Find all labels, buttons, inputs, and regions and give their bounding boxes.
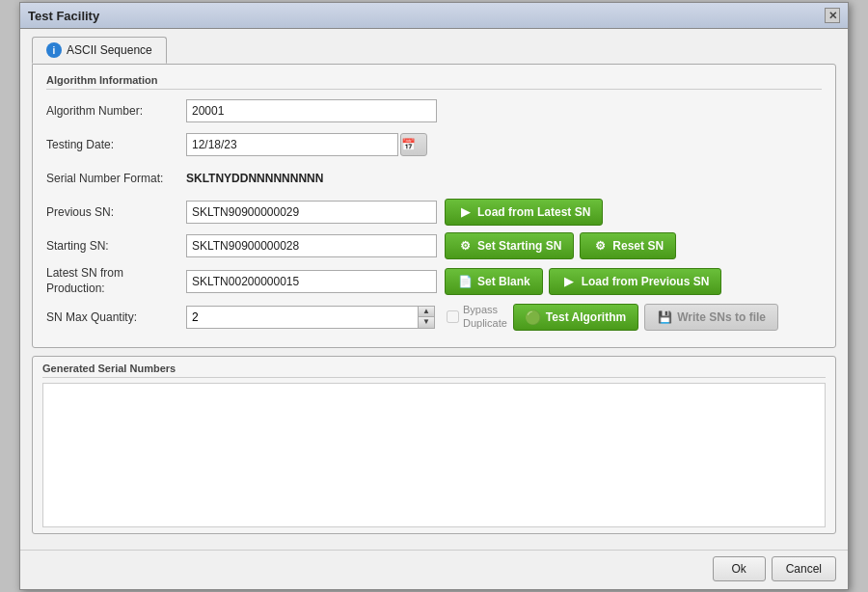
- algorithm-number-input[interactable]: [186, 99, 437, 122]
- load-from-latest-sn-button[interactable]: ▶ Load from Latest SN: [445, 199, 603, 226]
- calendar-button[interactable]: 📅: [400, 133, 427, 156]
- load-icon: ▶: [457, 204, 473, 220]
- load-from-previous-sn-button[interactable]: ▶ Load from Previous SN: [549, 268, 722, 295]
- algorithm-info-section: Algorithm Information Algorithm Number: …: [32, 64, 836, 347]
- previous-sn-buttons: ▶ Load from Latest SN: [445, 199, 603, 226]
- latest-sn-input[interactable]: [186, 270, 437, 293]
- sn-max-qty-input[interactable]: [186, 306, 418, 329]
- reset-icon: ⚙: [592, 238, 608, 254]
- previous-sn-input[interactable]: [186, 201, 437, 224]
- testing-date-input[interactable]: [186, 133, 398, 156]
- set-starting-sn-button[interactable]: ⚙ Set Starting SN: [445, 232, 574, 259]
- bypass-duplicate-group: BypassDuplicate: [447, 304, 507, 329]
- dialog-window: Test Facility ✕ i ASCII Sequence Algorit…: [19, 2, 849, 589]
- spinner-up-button[interactable]: ▲: [419, 307, 434, 317]
- ok-button[interactable]: Ok: [713, 556, 766, 581]
- spinner-down-button[interactable]: ▼: [419, 317, 434, 328]
- tab-bar: i ASCII Sequence: [32, 37, 836, 64]
- dialog-footer: Ok Cancel: [20, 550, 848, 589]
- test-algo-icon: 🟢: [526, 309, 541, 325]
- latest-sn-label: Latest SN fromProduction:: [46, 266, 186, 296]
- test-algorithm-button[interactable]: 🟢 Test Algorithm: [513, 304, 638, 331]
- info-icon: i: [46, 42, 62, 58]
- close-button[interactable]: ✕: [825, 8, 840, 23]
- starting-sn-label: Starting SN:: [46, 239, 186, 253]
- generated-serial-numbers-section: Generated Serial Numbers: [32, 356, 836, 534]
- sn-max-qty-spinner: ▲ ▼: [186, 306, 435, 329]
- starting-sn-row: Starting SN: ⚙ Set Starting SN ⚙ Reset S…: [46, 232, 822, 259]
- serial-number-format-label: Serial Number Format:: [46, 172, 186, 185]
- previous-sn-row: Previous SN: ▶ Load from Latest SN: [46, 199, 822, 226]
- blank-icon: 📄: [457, 274, 473, 289]
- serial-number-format-row: Serial Number Format: SKLTNYDDNNNNNNNNN: [46, 165, 822, 192]
- latest-sn-row: Latest SN fromProduction: 📄 Set Blank ▶ …: [46, 266, 822, 296]
- sn-max-qty-label: SN Max Quantity:: [46, 310, 186, 324]
- cancel-button[interactable]: Cancel: [772, 556, 836, 581]
- load-prev-icon: ▶: [561, 274, 577, 289]
- bypass-duplicate-label: BypassDuplicate: [463, 304, 507, 329]
- tab-ascii-sequence[interactable]: i ASCII Sequence: [32, 37, 167, 64]
- testing-date-row: Testing Date: 📅: [46, 131, 822, 158]
- write-sns-to-file-button[interactable]: 💾 Write SNs to file: [644, 304, 778, 331]
- write-file-icon: 💾: [657, 309, 672, 325]
- spinner-controls: ▲ ▼: [418, 306, 435, 329]
- serial-number-format-value: SKLTNYDDNNNNNNNNN: [186, 172, 323, 185]
- testing-date-label: Testing Date:: [46, 138, 186, 151]
- tab-label: ASCII Sequence: [67, 43, 152, 57]
- sn-max-qty-row: SN Max Quantity: ▲ ▼ BypassDuplicate 🟢: [46, 304, 822, 331]
- algorithm-number-label: Algorithm Number:: [46, 104, 186, 118]
- latest-sn-buttons: 📄 Set Blank ▶ Load from Previous SN: [445, 268, 721, 295]
- previous-sn-label: Previous SN:: [46, 205, 186, 219]
- starting-sn-buttons: ⚙ Set Starting SN ⚙ Reset SN: [445, 232, 676, 259]
- reset-sn-button[interactable]: ⚙ Reset SN: [580, 232, 676, 259]
- dialog-body: i ASCII Sequence Algorithm Information A…: [20, 29, 848, 549]
- algo-action-buttons: BypassDuplicate 🟢 Test Algorithm 💾 Write…: [443, 304, 778, 331]
- title-bar: Test Facility ✕: [20, 3, 848, 29]
- window-title: Test Facility: [28, 9, 99, 23]
- section-title: Algorithm Information: [46, 74, 822, 90]
- algorithm-number-row: Algorithm Number:: [46, 97, 822, 124]
- set-icon: ⚙: [457, 238, 473, 254]
- generated-section-title: Generated Serial Numbers: [42, 363, 826, 378]
- bypass-duplicate-checkbox[interactable]: [447, 310, 459, 323]
- starting-sn-input[interactable]: [186, 234, 437, 257]
- calendar-icon: 📅: [401, 138, 416, 151]
- set-blank-button[interactable]: 📄 Set Blank: [445, 268, 543, 295]
- generated-content-area: [42, 383, 826, 527]
